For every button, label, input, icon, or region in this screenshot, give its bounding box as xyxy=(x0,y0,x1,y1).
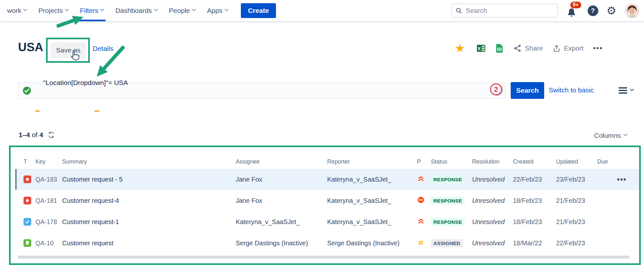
search-button[interactable]: Search xyxy=(511,82,544,99)
jql-query-input[interactable]: "Location[Dropdown]"= USA xyxy=(18,82,506,99)
nav-item-people[interactable]: People xyxy=(163,0,201,21)
annotation-box-save-as xyxy=(46,38,90,63)
page-title: USA xyxy=(18,41,43,54)
svg-text:X: X xyxy=(478,46,481,51)
favorite-star-icon[interactable]: ★ xyxy=(455,42,465,54)
hamburger-icon xyxy=(619,87,627,94)
chevron-down-icon xyxy=(630,87,634,91)
query-valid-check-icon xyxy=(23,86,31,95)
orange-underline-mark xyxy=(94,110,99,112)
question-mark-icon: ? xyxy=(591,7,595,14)
notification-count-badge: 9+ xyxy=(570,2,581,8)
settings-gear-button[interactable]: ⚙ xyxy=(607,5,616,16)
avatar-photo xyxy=(625,3,639,18)
search-input[interactable] xyxy=(465,6,553,15)
chevron-down-icon xyxy=(192,7,196,11)
excel-export-icon[interactable]: X xyxy=(477,44,486,53)
annotation-circled-number: 2 xyxy=(490,83,502,95)
chevron-down-icon xyxy=(65,7,69,11)
export-button[interactable]: Export xyxy=(553,44,583,52)
refresh-button[interactable] xyxy=(47,131,55,139)
view-options-button[interactable] xyxy=(619,87,633,94)
columns-dropdown[interactable]: Columns xyxy=(594,132,627,139)
nav-item-label: Apps xyxy=(207,7,223,14)
orange-underline-mark xyxy=(35,110,40,112)
nav-item-apps[interactable]: Apps xyxy=(201,0,234,21)
annotation-box-table xyxy=(9,146,641,265)
columns-label: Columns xyxy=(594,132,621,139)
nav-item-label: People xyxy=(169,7,190,14)
nav-item-projects[interactable]: Projects xyxy=(33,0,74,21)
help-button[interactable]: ? xyxy=(588,5,598,16)
results-count-text: 1–4 of 4 xyxy=(19,131,43,139)
details-link[interactable]: Details xyxy=(93,45,113,52)
create-button[interactable]: Create xyxy=(241,3,276,18)
google-sheets-icon[interactable] xyxy=(495,44,504,53)
export-label: Export xyxy=(564,44,583,52)
nav-item-work[interactable]: work xyxy=(1,0,33,21)
gear-icon: ⚙ xyxy=(607,5,616,17)
more-actions-button[interactable]: ••• xyxy=(593,44,603,53)
user-avatar[interactable] xyxy=(625,3,639,18)
notifications-button[interactable]: 9+ xyxy=(566,4,579,18)
nav-item-label: Projects xyxy=(38,7,63,14)
filter-actions-toolbar: ★ X Share Export ••• xyxy=(455,42,603,54)
search-icon xyxy=(456,7,462,14)
chevron-down-icon xyxy=(154,7,158,11)
chevron-down-icon xyxy=(224,7,229,11)
nav-item-label: work xyxy=(7,7,21,14)
jql-query-text: "Location[Dropdown]"= USA xyxy=(36,71,128,110)
export-icon xyxy=(553,44,561,52)
results-count-bar: 1–4 of 4 xyxy=(19,131,55,139)
chevron-down-icon xyxy=(23,7,27,11)
nav-item-dashboards[interactable]: Dashboards xyxy=(109,0,163,21)
navbar-right-cluster: 9+ ? ⚙ xyxy=(451,3,644,18)
nav-item-filters[interactable]: Filters xyxy=(74,0,109,21)
mouse-cursor-icon xyxy=(69,49,81,62)
switch-to-basic-link[interactable]: Switch to basic xyxy=(549,86,594,94)
chevron-down-icon xyxy=(100,7,105,11)
chevron-down-icon xyxy=(623,132,628,136)
share-button[interactable]: Share xyxy=(513,44,543,52)
nav-item-label: Dashboards xyxy=(115,7,152,14)
top-navbar: workProjectsFiltersDashboardsPeopleApps … xyxy=(0,0,644,21)
nav-menu: workProjectsFiltersDashboardsPeopleApps xyxy=(1,0,234,21)
share-icon xyxy=(513,44,522,52)
global-search-box[interactable] xyxy=(451,4,558,18)
share-label: Share xyxy=(525,44,543,52)
bell-icon xyxy=(566,7,577,18)
refresh-icon xyxy=(47,131,55,139)
nav-item-label: Filters xyxy=(80,7,98,14)
horizontal-scrollbar[interactable] xyxy=(18,256,630,259)
